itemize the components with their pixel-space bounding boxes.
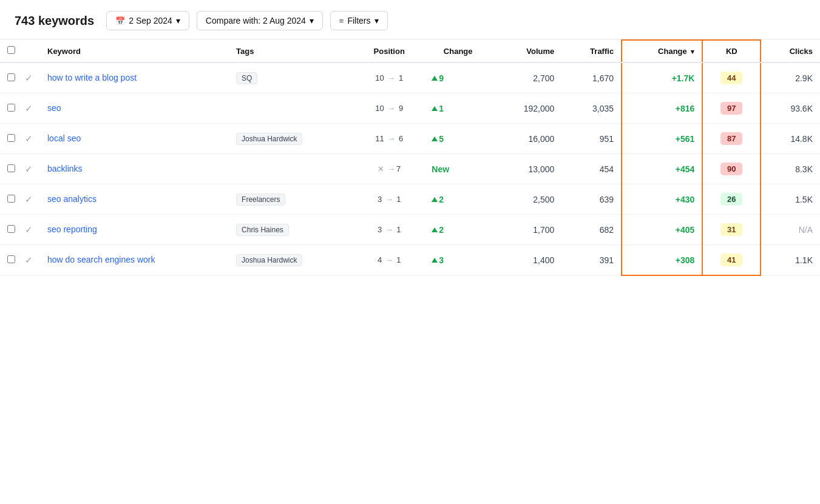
traffic-cell: 454: [561, 154, 622, 184]
chevron-down-icon: ▾: [310, 16, 314, 25]
clicks-cell: 14.8K: [761, 124, 820, 154]
change-up: 5: [432, 134, 444, 144]
traffic-cell: 639: [561, 184, 622, 215]
keyword-link[interactable]: local seo: [47, 133, 81, 143]
triangle-up-icon: [432, 76, 438, 81]
date-button[interactable]: 📅 2 Sep 2024 ▾: [106, 11, 189, 30]
th-traffic[interactable]: Traffic: [561, 40, 622, 62]
row-checkbox[interactable]: [7, 255, 15, 263]
th-tags[interactable]: Tags: [229, 40, 354, 62]
table-row: ✓ seo reporting Chris Haines 3 → 1 2 1,7…: [0, 215, 820, 245]
check-icon: ✓: [25, 255, 33, 265]
position-cell: ✕→7: [354, 154, 424, 184]
triangle-up-icon: [432, 136, 438, 141]
tags-cell: Chris Haines: [229, 215, 354, 245]
position-cell: 11 → 6: [354, 124, 424, 154]
kd-badge: 26: [720, 193, 742, 206]
row-check-cell: ✓: [18, 245, 40, 276]
table-row: ✓ seo 10 → 9 1 192,000 3,035 +816 97 93.…: [0, 93, 820, 124]
position-cell: 3 → 1: [354, 184, 424, 215]
chevron-down-icon: ▾: [374, 16, 379, 25]
th-keyword[interactable]: Keyword: [40, 40, 229, 62]
keyword-cell: seo reporting: [40, 215, 229, 245]
keyword-cell: seo analytics: [40, 184, 229, 215]
tag-badge: Freelancers: [236, 193, 285, 206]
volume-cell: 1,400: [492, 245, 561, 276]
kd-badge: 90: [720, 163, 742, 175]
calendar-icon: 📅: [115, 16, 125, 25]
kd-cell: 41: [702, 245, 761, 276]
check-icon: ✓: [25, 103, 33, 113]
traffic-cell: 391: [561, 245, 622, 276]
th-kd[interactable]: KD: [702, 40, 761, 62]
row-check-cell: ✓: [18, 184, 40, 215]
keyword-link[interactable]: how do search engines work: [47, 255, 155, 264]
keyword-link[interactable]: seo reporting: [47, 224, 97, 234]
th-volume[interactable]: Volume: [492, 40, 561, 62]
clicks-cell: N/A: [761, 215, 820, 245]
row-checkbox[interactable]: [7, 73, 15, 81]
change-up: 2: [432, 225, 444, 235]
table-row: ✓ backlinks ✕→7 New 13,000 454 +454 90 8…: [0, 154, 820, 184]
kd-cell: 31: [702, 215, 761, 245]
change-new: New: [432, 164, 449, 174]
th-change[interactable]: Change: [424, 40, 492, 62]
position-cell: 3 → 1: [354, 215, 424, 245]
traffic-change-cell: +561: [622, 124, 702, 154]
check-icon: ✓: [25, 164, 33, 174]
change-cell: New: [424, 154, 492, 184]
tag-badge: Joshua Hardwick: [236, 254, 302, 266]
row-checkbox-cell: [0, 245, 18, 276]
check-icon: ✓: [25, 133, 33, 144]
keyword-cell: how to write a blog post: [40, 62, 229, 93]
row-checkbox[interactable]: [7, 164, 15, 172]
kd-badge: 97: [720, 102, 742, 115]
row-check-cell: ✓: [18, 154, 40, 184]
filters-button[interactable]: ≡ Filters ▾: [330, 11, 388, 30]
row-checkbox[interactable]: [7, 104, 15, 112]
kd-badge: 87: [720, 132, 742, 145]
th-clicks[interactable]: Clicks: [761, 40, 820, 62]
th-traffic-change[interactable]: Change ▾: [622, 40, 702, 62]
keyword-link[interactable]: seo analytics: [47, 194, 97, 204]
row-checkbox[interactable]: [7, 195, 15, 203]
row-checkbox[interactable]: [7, 134, 15, 142]
compare-button[interactable]: Compare with: 2 Aug 2024 ▾: [197, 11, 323, 30]
top-bar: 743 keywords 📅 2 Sep 2024 ▾ Compare with…: [0, 0, 820, 39]
row-checkbox-cell: [0, 62, 18, 93]
th-blank: [18, 40, 40, 62]
keywords-table: Keyword Tags Position Change Volume Traf…: [0, 39, 820, 276]
keyword-cell: seo: [40, 93, 229, 124]
select-all-header: [0, 40, 18, 62]
table-row: ✓ how to write a blog post SQ 10 → 1 9 2…: [0, 62, 820, 93]
tags-cell: Joshua Hardwick: [229, 124, 354, 154]
keyword-link[interactable]: backlinks: [47, 164, 83, 173]
triangle-up-icon: [432, 258, 438, 263]
triangle-up-icon: [432, 227, 438, 232]
change-up: 9: [432, 73, 444, 83]
row-checkbox-cell: [0, 184, 18, 215]
tags-cell: [229, 93, 354, 124]
keyword-link[interactable]: seo: [47, 103, 61, 113]
filter-icon: ≡: [339, 16, 344, 25]
select-all-checkbox[interactable]: [7, 46, 15, 54]
row-checkbox[interactable]: [7, 225, 15, 233]
tags-cell: [229, 154, 354, 184]
kd-cell: 97: [702, 93, 761, 124]
position-cell: 10 → 1: [354, 62, 424, 93]
th-position[interactable]: Position: [354, 40, 424, 62]
kd-cell: 87: [702, 124, 761, 154]
triangle-up-icon: [432, 197, 438, 202]
table-row: ✓ how do search engines work Joshua Hard…: [0, 245, 820, 276]
sort-desc-icon: ▾: [691, 48, 694, 55]
tags-cell: Freelancers: [229, 184, 354, 215]
keyword-link[interactable]: how to write a blog post: [47, 73, 137, 82]
traffic-cell: 951: [561, 124, 622, 154]
change-cell: 9: [424, 62, 492, 93]
change-cell: 2: [424, 184, 492, 215]
x-mark-icon: ✕: [378, 164, 384, 173]
keywords-count: 743 keywords: [15, 14, 94, 28]
kd-badge: 44: [720, 72, 742, 84]
keyword-cell: backlinks: [40, 154, 229, 184]
kd-cell: 90: [702, 154, 761, 184]
